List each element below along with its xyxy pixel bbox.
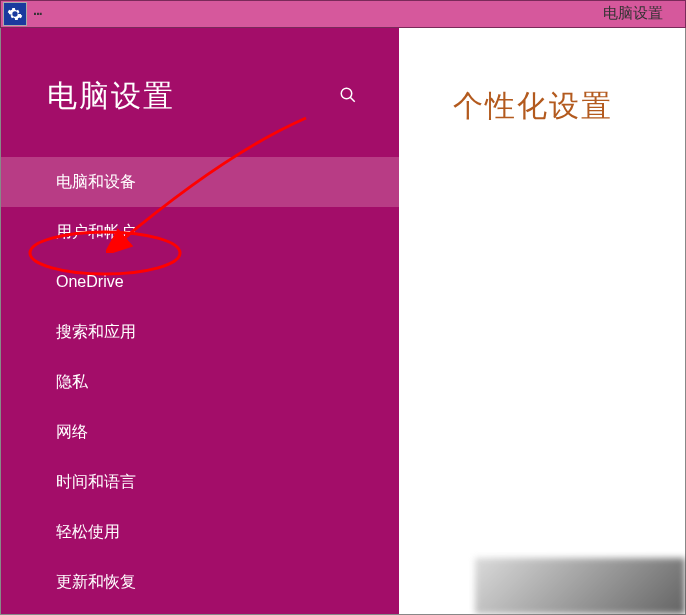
search-icon [339, 86, 357, 104]
nav-list: 电脑和设备用户和帐户OneDrive搜索和应用隐私网络时间和语言轻松使用更新和恢… [1, 157, 399, 607]
content-pane: 个性化设置 [399, 28, 685, 614]
gear-icon [7, 6, 23, 22]
settings-app-icon[interactable] [3, 2, 27, 26]
nav-item-label: 搜索和应用 [56, 322, 136, 343]
title-overflow-dots[interactable]: ∙∙∙ [33, 6, 42, 22]
sidebar: 电脑设置 电脑和设备用户和帐户OneDrive搜索和应用隐私网络时间和语言轻松使… [1, 28, 399, 614]
nav-item-2[interactable]: OneDrive [1, 257, 399, 307]
nav-item-4[interactable]: 隐私 [1, 357, 399, 407]
nav-item-label: 时间和语言 [56, 472, 136, 493]
nav-item-label: 更新和恢复 [56, 572, 136, 593]
nav-item-3[interactable]: 搜索和应用 [1, 307, 399, 357]
nav-item-label: 隐私 [56, 372, 88, 393]
sidebar-title: 电脑设置 [47, 76, 175, 117]
nav-item-6[interactable]: 时间和语言 [1, 457, 399, 507]
nav-item-label: 轻松使用 [56, 522, 120, 543]
nav-item-5[interactable]: 网络 [1, 407, 399, 457]
body: 电脑设置 电脑和设备用户和帐户OneDrive搜索和应用隐私网络时间和语言轻松使… [0, 28, 686, 615]
nav-item-8[interactable]: 更新和恢复 [1, 557, 399, 607]
thumbnail-preview [475, 558, 685, 614]
nav-item-0[interactable]: 电脑和设备 [1, 157, 399, 207]
nav-item-7[interactable]: 轻松使用 [1, 507, 399, 557]
sidebar-header: 电脑设置 [1, 76, 399, 117]
nav-item-label: OneDrive [56, 273, 124, 291]
nav-item-label: 用户和帐户 [56, 222, 136, 243]
window-title: 电脑设置 [603, 4, 663, 23]
search-button[interactable] [339, 86, 357, 108]
nav-item-label: 电脑和设备 [56, 172, 136, 193]
svg-point-0 [341, 88, 352, 99]
titlebar: ∙∙∙ 电脑设置 [0, 0, 686, 28]
nav-item-1[interactable]: 用户和帐户 [1, 207, 399, 257]
content-title: 个性化设置 [453, 86, 685, 127]
nav-item-label: 网络 [56, 422, 88, 443]
svg-line-1 [350, 97, 355, 102]
